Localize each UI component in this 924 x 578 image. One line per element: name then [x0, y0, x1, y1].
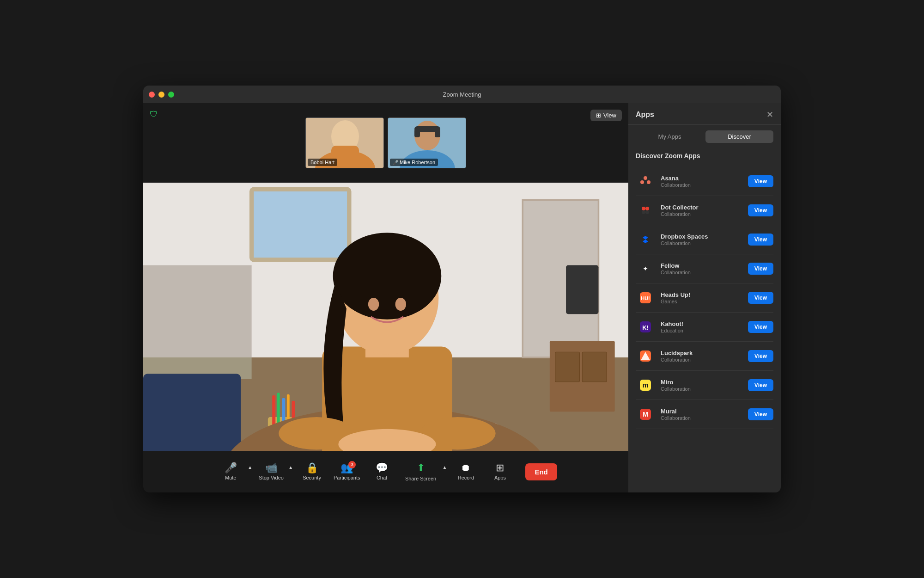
toolbar: 🎤 Mute ▲ 📹 Stop Video ▲ 🔒 Security: [143, 451, 628, 492]
discover-title: Discover Zoom Apps: [636, 152, 773, 160]
app-item: ✦ Fellow Collaboration View: [636, 254, 773, 283]
thumbnail-1[interactable]: Bobbi Hart: [305, 117, 384, 168]
app-icon-headsup: HU!: [636, 288, 655, 307]
apps-list: Asana Collaboration View Dot Collector C…: [628, 167, 781, 492]
app-category: Collaboration: [661, 270, 742, 275]
view-label: View: [603, 112, 616, 119]
security-label: Security: [303, 475, 321, 480]
participants-icon: 👥3: [340, 463, 353, 473]
close-traffic-light[interactable]: [149, 92, 155, 98]
app-item: Asana Collaboration View: [636, 167, 773, 196]
view-app-button-fellow[interactable]: View: [748, 263, 773, 275]
app-name: Asana: [661, 175, 742, 182]
traffic-lights: [149, 92, 174, 98]
app-info: Heads Up! Games: [661, 291, 742, 304]
stop-video-arrow-button[interactable]: ▲: [287, 463, 294, 472]
svg-rect-23: [143, 374, 241, 451]
tab-discover[interactable]: Discover: [705, 130, 773, 143]
chat-icon: 💬: [376, 463, 388, 473]
apps-panel-header: Apps ✕: [628, 103, 781, 125]
app-category: Collaboration: [661, 357, 742, 363]
tab-my-apps[interactable]: My Apps: [636, 130, 704, 143]
view-app-button-lucidspark[interactable]: View: [748, 350, 773, 362]
record-button[interactable]: ⏺ Record: [450, 455, 482, 488]
svg-rect-17: [143, 265, 252, 357]
window-title: Zoom Meeting: [443, 91, 481, 98]
svg-rect-9: [435, 129, 440, 137]
app-item: Dropbox Spaces Collaboration View: [636, 225, 773, 254]
participant-1-name: Bobbi Hart: [310, 160, 334, 165]
view-app-button-headsup[interactable]: View: [748, 292, 773, 304]
app-name: Dropbox Spaces: [661, 233, 742, 240]
share-screen-arrow-button[interactable]: ▲: [442, 463, 448, 472]
app-category: Collaboration: [661, 182, 742, 188]
svg-point-48: [647, 180, 650, 184]
discover-section: Discover Zoom Apps: [628, 147, 781, 167]
app-icon-fellow: ✦: [636, 259, 655, 278]
apps-panel-close-button[interactable]: ✕: [766, 111, 773, 119]
view-app-button-dropbox[interactable]: View: [748, 234, 773, 246]
main-content: 🛡 Bobbi Hart: [143, 103, 781, 492]
mic-icon: 🎤: [393, 160, 398, 165]
stop-video-group: 📹 Stop Video ▲: [255, 455, 294, 488]
svg-rect-13: [252, 189, 349, 260]
svg-text:HU!: HU!: [641, 295, 650, 301]
thumbnail-2[interactable]: 🎤 Mike Robertson: [388, 117, 466, 168]
app-icon-asana: [636, 172, 655, 191]
share-screen-button[interactable]: ⬆ Share Screen: [400, 455, 442, 488]
apps-button[interactable]: ⊞ Apps: [484, 455, 516, 488]
svg-rect-19: [566, 265, 598, 314]
apps-panel-title: Apps: [636, 111, 654, 119]
chat-label: Chat: [377, 475, 387, 480]
fullscreen-traffic-light[interactable]: [168, 92, 174, 98]
security-icon: 🔒: [306, 463, 318, 473]
participants-button[interactable]: 👥3 Participants: [330, 455, 364, 488]
participant-2-name: Mike Robertson: [400, 160, 435, 165]
apps-icon: ⊞: [496, 463, 504, 473]
app-item: Lucidspark Collaboration View: [636, 342, 773, 371]
svg-text:m: m: [643, 381, 648, 389]
app-info: Miro Collaboration: [661, 379, 742, 392]
svg-point-46: [644, 176, 647, 180]
camera-icon: 📹: [265, 463, 278, 473]
svg-rect-22: [582, 352, 607, 382]
zoom-window: Zoom Meeting 🛡: [143, 86, 781, 492]
stop-video-button[interactable]: 📹 Stop Video: [255, 455, 287, 488]
app-category: Collaboration: [661, 211, 742, 217]
thumbnail-2-label: 🎤 Mike Robertson: [390, 159, 438, 166]
view-app-button-asana[interactable]: View: [748, 175, 773, 187]
svg-point-51: [642, 210, 645, 214]
record-icon: ⏺: [461, 463, 471, 473]
app-item: m Miro Collaboration View: [636, 371, 773, 400]
app-info: Lucidspark Collaboration: [661, 350, 742, 363]
svg-rect-21: [555, 352, 580, 382]
end-button[interactable]: End: [525, 463, 557, 480]
record-label: Record: [458, 475, 474, 480]
security-button[interactable]: 🔒 Security: [296, 455, 328, 488]
app-icon-mural: M: [636, 405, 655, 424]
chat-button[interactable]: 💬 Chat: [366, 455, 398, 488]
share-screen-icon: ⬆: [417, 462, 425, 474]
svg-rect-8: [414, 129, 420, 137]
mute-button[interactable]: 🎤 Mute: [214, 455, 247, 488]
app-category: Collaboration: [661, 240, 742, 246]
view-app-button-mural[interactable]: View: [748, 408, 773, 420]
app-name: Miro: [661, 379, 742, 386]
minimize-traffic-light[interactable]: [158, 92, 164, 98]
view-button[interactable]: ⊞ View: [590, 110, 622, 121]
svg-point-49: [642, 207, 645, 210]
thumbnails-container: Bobbi Hart: [305, 117, 466, 168]
app-category: Collaboration: [661, 386, 742, 392]
mute-arrow-button[interactable]: ▲: [247, 463, 253, 472]
view-app-button-dot[interactable]: View: [748, 204, 773, 216]
participants-count-badge: 3: [348, 461, 356, 468]
view-app-button-kahoot[interactable]: View: [748, 321, 773, 333]
svg-point-50: [645, 207, 649, 210]
apps-panel: Apps ✕ My Apps Discover Discover Zoom Ap…: [628, 103, 781, 492]
view-app-button-miro[interactable]: View: [748, 379, 773, 391]
app-info: Mural Collaboration: [661, 408, 742, 421]
app-icon-miro: m: [636, 375, 655, 395]
app-info: Dropbox Spaces Collaboration: [661, 233, 742, 246]
svg-point-44: [368, 298, 379, 311]
app-name: Kahoot!: [661, 320, 742, 327]
